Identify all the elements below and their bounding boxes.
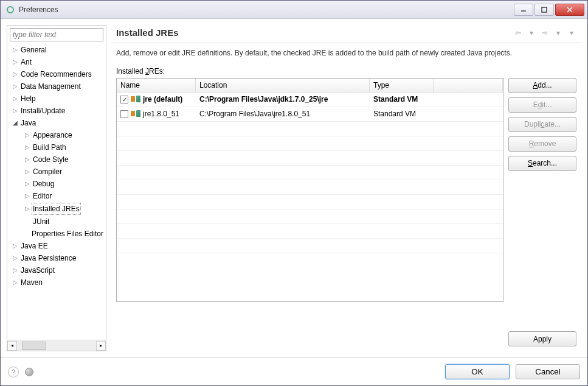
checkbox[interactable]: [120, 110, 128, 118]
main-content: Add, remove or edit JRE definitions. By …: [111, 48, 581, 351]
chevron-right-icon[interactable]: ▷: [23, 166, 32, 177]
tree-item-label: Code Recommenders: [19, 69, 93, 80]
tree-item[interactable]: ▷Appearance: [9, 129, 106, 141]
chevron-right-icon[interactable]: ▷: [11, 277, 19, 288]
tree-item[interactable]: ▷Compiler: [9, 166, 106, 178]
tree-item[interactable]: JUnit: [9, 216, 106, 228]
tree-item-label: Appearance: [32, 130, 74, 141]
tree-item-label: General: [19, 44, 48, 55]
horizontal-scrollbar[interactable]: ◂ ▸: [7, 340, 106, 351]
jre-table[interactable]: Name Location Type ✓jre (default)C:\Prog…: [116, 78, 503, 302]
tree-item-label: Help: [19, 93, 37, 104]
column-extra[interactable]: [434, 79, 503, 92]
chevron-down-icon[interactable]: ◢: [11, 118, 19, 128]
preferences-tree[interactable]: ▷General▷Ant▷Code Recommenders▷Data Mana…: [7, 44, 106, 340]
chevron-right-icon[interactable]: ▷: [11, 44, 19, 55]
tree-item-label: Java: [19, 118, 37, 128]
tree-item[interactable]: ▷Help: [9, 93, 106, 105]
tree-item[interactable]: ▷Java EE: [9, 240, 106, 252]
tree-item[interactable]: ▷Maven: [9, 276, 106, 289]
search-button[interactable]: Search...: [508, 156, 576, 171]
forward-icon[interactable]: ⇨: [540, 28, 550, 38]
help-icon[interactable]: ?: [8, 367, 19, 377]
separator: [111, 43, 581, 43]
titlebar: Preferences: [1, 1, 587, 19]
tree-item[interactable]: ▷General: [9, 44, 106, 56]
apply-button[interactable]: Apply: [508, 331, 576, 346]
tree-item[interactable]: ▷Code Recommenders: [9, 68, 106, 80]
tree-item[interactable]: ▷Editor: [9, 190, 106, 202]
cell-type: Standard VM: [370, 108, 434, 120]
scroll-left-button[interactable]: ◂: [7, 341, 17, 351]
chevron-right-icon[interactable]: ▷: [23, 191, 32, 202]
back-icon[interactable]: ⇦: [513, 28, 523, 38]
tree-item[interactable]: ▷Build Path: [9, 141, 106, 153]
tree-item-label: Ant: [19, 57, 33, 68]
back-menu-icon[interactable]: ▾: [527, 28, 536, 38]
tree-item[interactable]: ▷Data Management: [9, 80, 106, 93]
tree-item-label: Build Path: [32, 142, 67, 153]
column-name[interactable]: Name: [117, 79, 196, 92]
table-header: Name Location Type: [117, 79, 503, 93]
tree-item[interactable]: ▷Code Style: [9, 153, 106, 166]
chevron-right-icon[interactable]: ▷: [11, 57, 19, 68]
page-menu-icon[interactable]: ▾: [567, 28, 576, 38]
ok-button[interactable]: OK: [445, 364, 510, 379]
close-button[interactable]: [555, 4, 584, 16]
forward-menu-icon[interactable]: ▾: [553, 28, 563, 38]
chevron-right-icon[interactable]: ▷: [23, 130, 32, 141]
chevron-right-icon[interactable]: ▷: [23, 178, 32, 189]
tree-item[interactable]: ▷Ant: [9, 56, 106, 68]
add-button[interactable]: Add...: [508, 78, 576, 93]
cell-location: C:\Program Files\Java\jre1.8.0_51: [196, 108, 370, 120]
checkbox[interactable]: ✓: [120, 96, 128, 104]
chevron-right-icon[interactable]: ▷: [11, 240, 19, 251]
duplicate-button[interactable]: Duplicate...: [508, 117, 576, 132]
tree-item[interactable]: ▷JavaScript: [9, 264, 106, 276]
tree-item-label: Editor: [32, 191, 53, 202]
jre-icon: [131, 96, 140, 103]
table-row-empty: [117, 195, 503, 209]
tree-item-label: Java Persistence: [19, 253, 77, 264]
column-type[interactable]: Type: [370, 79, 434, 92]
tree-item[interactable]: Properties Files Editor: [9, 228, 106, 240]
preferences-window: Preferences ▷General▷Ant▷Code Recommende…: [0, 0, 588, 386]
chevron-right-icon[interactable]: ▷: [11, 81, 19, 92]
chevron-right-icon[interactable]: ▷: [11, 253, 19, 264]
tree-item-label: Installed JREs: [32, 203, 81, 215]
window-title: Preferences: [19, 5, 513, 14]
chevron-right-icon[interactable]: ▷: [11, 105, 19, 116]
tree-item[interactable]: ◢Java: [9, 117, 106, 129]
tree-item-label: Compiler: [32, 166, 63, 177]
jre-name: jre1.8.0_51: [143, 110, 179, 118]
tree-item[interactable]: ▷Installed JREs: [9, 202, 106, 216]
column-location[interactable]: Location: [196, 79, 370, 92]
tree-item[interactable]: ▷Java Persistence: [9, 252, 106, 264]
chevron-right-icon[interactable]: ▷: [11, 265, 19, 276]
minimize-button[interactable]: [514, 4, 533, 16]
maximize-button[interactable]: [534, 4, 554, 16]
table-row-empty: [117, 151, 503, 166]
filter-input[interactable]: [10, 28, 103, 41]
table-row[interactable]: ✓jre (default)C:\Program Files\Java\jdk1…: [117, 93, 503, 107]
tree-item-label: Install/Update: [19, 105, 66, 116]
main-header: Installed JREs ⇦ ▾ ⇨ ▾ ▾: [111, 25, 581, 43]
cancel-button[interactable]: Cancel: [516, 364, 580, 379]
chevron-right-icon[interactable]: ▷: [23, 203, 32, 214]
tree-item[interactable]: ▷Debug: [9, 178, 106, 190]
chevron-right-icon[interactable]: ▷: [23, 142, 32, 153]
edit-button[interactable]: Edit...: [508, 97, 576, 113]
scroll-thumb[interactable]: [22, 342, 46, 350]
scroll-track[interactable]: [17, 341, 96, 351]
tree-item-label: JUnit: [32, 216, 50, 227]
chevron-right-icon[interactable]: ▷: [23, 154, 32, 165]
scroll-right-button[interactable]: ▸: [96, 341, 106, 351]
workspace-icon[interactable]: [25, 368, 33, 376]
table-row[interactable]: jre1.8.0_51C:\Program Files\Java\jre1.8.…: [117, 107, 503, 122]
chevron-right-icon[interactable]: ▷: [11, 69, 19, 80]
cell-type: Standard VM: [370, 93, 434, 105]
remove-button[interactable]: Remove: [508, 136, 576, 152]
cell-location: C:\Program Files\Java\jdk1.7.0_25\jre: [196, 93, 370, 105]
tree-item[interactable]: ▷Install/Update: [9, 105, 106, 117]
chevron-right-icon[interactable]: ▷: [11, 93, 19, 104]
